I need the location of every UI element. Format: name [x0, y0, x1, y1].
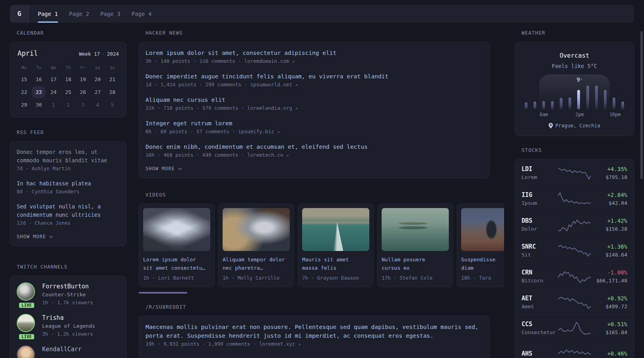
stock-sparkline [558, 217, 591, 232]
video-title[interactable]: diam [461, 264, 504, 272]
twitch-section-title: TWITCH CHANNELS [17, 264, 126, 270]
calendar-day[interactable]: 21 [105, 74, 120, 85]
calendar-day-next-month[interactable]: 2 [61, 99, 76, 111]
calendar-day[interactable]: 25 [61, 86, 76, 98]
video-title[interactable]: nec pharetra… [223, 264, 290, 272]
tab-page-1[interactable]: Page 1 [38, 5, 58, 23]
hn-domain-link[interactable]: ipsumify.biz ↗ [238, 128, 279, 134]
video-title[interactable]: Mauris sit amet [302, 255, 369, 264]
stock-row[interactable]: DBS Dolor +1.42% $156.28 [515, 212, 634, 237]
video-title[interactable]: Lorem ipsum dolor [143, 255, 210, 264]
video-card[interactable]: Lorem ipsum dolor sit amet consectetu… 1… [139, 204, 215, 287]
calendar-day-next-month[interactable]: 1 [46, 99, 61, 111]
hn-story-link[interactable]: Lorem ipsum dolor sit amet, consectetur … [145, 49, 483, 57]
video-card[interactable]: Suspendisse diam 18h · Tara [457, 204, 504, 287]
rss-item-meta: 12d · Chance Jones [17, 219, 120, 227]
video-thumbnail[interactable] [143, 208, 210, 251]
hn-show-more-button[interactable]: SHOW MORE [145, 166, 483, 171]
reddit-post-link[interactable]: Maecenas mollis pulvinar erat non posuer… [145, 323, 483, 340]
reddit-domain-link[interactable]: loremnet.xyz ↗ [259, 341, 301, 347]
hackernews-section-title: HACKER NEWS [145, 30, 504, 36]
page-scrollbar[interactable] [640, 31, 643, 179]
stock-row[interactable]: CCS Consectetur +0.51% $165.84 [515, 315, 634, 341]
calendar-day[interactable]: 26 [76, 86, 90, 98]
calendar-day[interactable]: 20 [90, 74, 105, 85]
calendar-day-next-month[interactable]: 3 [76, 99, 90, 111]
twitch-channel-row[interactable]: LIVE ForrestBurton Counter-Strike 1h · 1… [17, 282, 120, 307]
hn-domain-link[interactable]: loremtech.co ↗ [247, 152, 289, 158]
stock-row[interactable]: CRN Bitcorn -1.00% $66,171.48 [515, 263, 634, 289]
hn-story-link[interactable]: Donec imperdiet augue tincidunt felis al… [145, 72, 483, 81]
hn-story-link[interactable]: Integer eget rutrum lorem [145, 119, 483, 128]
calendar-day-next-month[interactable]: 5 [105, 99, 120, 111]
reddit-post-meta: 19h · 9,932 points · 1,090 comments · lo… [145, 340, 483, 348]
video-title[interactable]: sit amet consectetu… [143, 264, 210, 272]
reddit-section-title: /R/SUBREDDIT [145, 304, 504, 310]
carousel-scrollbar[interactable] [139, 292, 187, 294]
channel-name-link[interactable]: KendallCarr [42, 345, 81, 354]
calendar-day-selected[interactable]: 23 [32, 86, 45, 98]
calendar-day[interactable]: 17 [46, 74, 61, 85]
hn-story-link[interactable]: Aliquam nec cursus elit [145, 95, 483, 104]
hn-domain-link[interactable]: loremlandia.org ↗ [247, 105, 298, 111]
calendar-day[interactable]: 22 [17, 86, 31, 98]
calendar-day-next-month[interactable]: 4 [90, 99, 105, 111]
tab-page-3[interactable]: Page 3 [100, 5, 120, 23]
rss-item-link[interactable]: Donec tempor eros leo, ut commodo mauris… [17, 148, 120, 165]
channel-game: Counter-Strike [42, 291, 93, 299]
video-title[interactable]: Nullam posuere [382, 255, 449, 264]
video-title[interactable]: cursus ex [382, 264, 449, 272]
calendar-day[interactable]: 30 [31, 99, 46, 111]
video-title[interactable]: Aliquam tempor dolor [223, 255, 290, 264]
video-thumbnail[interactable] [302, 208, 369, 251]
video-card[interactable]: Aliquam tempor dolor nec pharetra… 1h · … [218, 204, 294, 287]
video-title[interactable]: Suspendisse [461, 255, 504, 264]
stock-row[interactable]: SNRC Sit +1.36% $148.64 [515, 237, 634, 263]
stock-price: $499.72 [591, 303, 627, 310]
hn-story-link[interactable]: Donec enim nibh, condimentum et accumsan… [145, 142, 483, 151]
rss-item-meta: 8d · Cynthia Saunders [17, 188, 120, 196]
twitch-widget: LIVE ForrestBurton Counter-Strike 1h · 1… [10, 276, 126, 358]
channel-name-link[interactable]: ForrestBurton [42, 282, 93, 291]
tab-page-4[interactable]: Page 4 [132, 5, 152, 23]
stock-change: +1.36% [591, 243, 627, 251]
hn-domain-link[interactable]: loremdomain.com ↗ [244, 58, 295, 64]
rss-item-link[interactable]: Sed volutpat nulla nisl, a condimentum n… [17, 202, 120, 219]
calendar-day[interactable]: 29 [17, 99, 31, 111]
weekday-label: Tu [31, 64, 46, 72]
twitch-channel-row[interactable]: LIVE Trisha League of Legends 3h · 1.2k … [17, 314, 120, 338]
stock-symbol: DBS [522, 217, 558, 225]
stock-row[interactable]: AHS +0.46% [515, 341, 634, 358]
weather-bar [577, 90, 580, 109]
stock-row[interactable]: IIG Ipsum +2.84% $42.04 [515, 186, 634, 212]
video-thumbnail[interactable] [223, 208, 290, 251]
stock-row[interactable]: LDI Lorem +4.35% $795.18 [515, 160, 634, 186]
stock-id: DBS Dolor [522, 217, 558, 233]
calendar-day[interactable]: 15 [17, 74, 31, 85]
video-thumbnail[interactable] [382, 208, 449, 251]
stock-values: +4.35% $795.18 [591, 165, 627, 181]
video-card[interactable]: Nullam posuere cursus ex 17h · Stefan Co… [377, 204, 453, 287]
rss-item-link[interactable]: In hac habitasse platea [17, 179, 120, 188]
calendar-day[interactable]: 24 [46, 86, 61, 98]
calendar-day[interactable]: 16 [31, 74, 46, 85]
channel-name-link[interactable]: Trisha [42, 314, 95, 322]
stock-row[interactable]: AET Amet +0.92% $499.72 [515, 289, 634, 315]
twitch-channel-row[interactable]: KendallCarr [17, 345, 120, 358]
calendar-day[interactable]: 19 [76, 74, 90, 85]
video-card[interactable]: Mauris sit amet massa felis 7h · Grayson… [298, 204, 374, 287]
calendar-day[interactable]: 18 [61, 74, 76, 85]
video-title[interactable]: massa felis [302, 264, 369, 272]
stock-price: $66,171.48 [591, 277, 627, 284]
avatar [17, 314, 35, 332]
tab-page-2[interactable]: Page 2 [69, 5, 89, 23]
hn-meta-text: 1d · 1,414 points · 299 comments · [145, 82, 250, 88]
video-thumbnail[interactable] [461, 208, 504, 251]
rss-show-more-button[interactable]: SHOW MORE [17, 234, 120, 239]
calendar-day[interactable]: 28 [105, 86, 120, 98]
hackernews-widget: Lorem ipsum dolor sit amet, consectetur … [139, 42, 490, 178]
rss-item: Donec tempor eros leo, ut commodo mauris… [17, 148, 120, 173]
app-logo[interactable]: G [10, 5, 29, 23]
hn-domain-link[interactable]: ipsumworld.net ↗ [250, 82, 298, 88]
calendar-day[interactable]: 27 [90, 86, 105, 98]
